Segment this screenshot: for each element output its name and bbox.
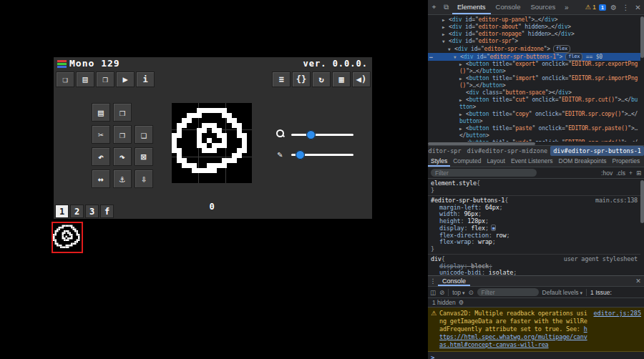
- undo-button[interactable]: ↶: [92, 147, 110, 166]
- styles-filter-input[interactable]: [431, 169, 537, 177]
- scrollbar-thumb[interactable]: [640, 180, 644, 223]
- console-prompt[interactable]: >: [428, 352, 644, 359]
- copy-button[interactable]: ❐: [113, 125, 132, 144]
- css-property[interactable]: display: block;: [431, 263, 638, 270]
- styles-tab-layout[interactable]: Layout: [484, 156, 508, 167]
- stylesheet-link[interactable]: main.css:138: [595, 197, 638, 205]
- styles-tab-event-listeners[interactable]: Event Listeners: [508, 156, 556, 167]
- expand-arrow-icon[interactable]: ▶: [459, 111, 466, 118]
- tree-node[interactable]: ▼<div id="editor-spr">: [428, 38, 640, 45]
- elements-vertical-scrollbar[interactable]: [640, 16, 644, 140]
- zoom-slider[interactable]: [291, 130, 353, 139]
- styles-toggle[interactable]: +: [629, 169, 633, 177]
- css-property[interactable]: unicode-bidi: isolate;: [431, 270, 638, 275]
- expand-arrow-icon[interactable]: ▶: [442, 31, 449, 38]
- css-property[interactable]: flex-wrap: wrap;: [431, 239, 638, 246]
- expand-arrow-icon[interactable]: ▶: [442, 24, 449, 31]
- styles-tab-properties[interactable]: Properties: [610, 156, 643, 167]
- styles-toggle[interactable]: ⊞: [636, 169, 641, 177]
- expand-arrow-icon[interactable]: ▶: [459, 125, 466, 132]
- settings-gear-icon[interactable]: ⚙: [608, 4, 620, 11]
- reload-button[interactable]: ↻: [312, 72, 331, 87]
- frame-button-1[interactable]: 1: [55, 205, 69, 218]
- anchor-button[interactable]: ⚓: [113, 169, 132, 188]
- export-button[interactable]: ▤: [92, 103, 110, 122]
- tree-node[interactable]: ▶<button title="import" onclick="EDITOR.…: [428, 75, 640, 89]
- console-sidebar-icon[interactable]: ◫: [430, 289, 436, 296]
- import-button[interactable]: ❒: [113, 103, 132, 122]
- brush-slider-thumb[interactable]: [296, 150, 305, 159]
- expand-arrow-icon[interactable]: ▶: [459, 61, 466, 68]
- redo-button[interactable]: ↷: [113, 147, 132, 166]
- frame-thumbnail[interactable]: [52, 222, 83, 253]
- scrollbar-thumb[interactable]: [640, 16, 644, 58]
- issues-counter[interactable]: 1 Issue:: [590, 289, 612, 296]
- shift-down-button[interactable]: ⇩: [135, 169, 153, 188]
- code-button[interactable]: {}: [292, 72, 311, 87]
- clear-console-icon[interactable]: ⊘: [439, 289, 444, 296]
- styles-tab-dom-breakpoints[interactable]: DOM Breakpoints: [556, 156, 610, 167]
- expand-arrow-icon[interactable]: ▶: [459, 75, 466, 82]
- tree-node[interactable]: ▼<div id="editor-spr-midzone">flex: [428, 45, 640, 53]
- flex-badge[interactable]: flex: [553, 45, 570, 53]
- sound-button[interactable]: ◀): [352, 72, 371, 87]
- paste-button[interactable]: ❑: [135, 125, 153, 144]
- tab-console[interactable]: Console: [491, 0, 526, 14]
- styles-toggle[interactable]: .cls: [616, 169, 625, 177]
- tree-node[interactable]: ▶<button title="copy" onclick="EDITOR.sp…: [428, 111, 640, 125]
- tree-node[interactable]: ▶<div id="editor-nopage" hidden>…</div>: [428, 31, 640, 38]
- node-menu-dots[interactable]: …: [429, 53, 433, 60]
- cut-button[interactable]: ✂: [92, 125, 110, 144]
- styles-tab-computed[interactable]: Computed: [450, 156, 484, 167]
- drawer-kebab-icon[interactable]: ⋮: [428, 277, 438, 285]
- close-devtools-icon[interactable]: ✕: [632, 4, 644, 11]
- expand-arrow-icon[interactable]: ▶: [442, 16, 449, 24]
- close-drawer-icon[interactable]: ✕: [633, 277, 644, 285]
- styles-scrollbar[interactable]: [640, 180, 644, 273]
- open-button[interactable]: ❒: [96, 72, 114, 87]
- run-button[interactable]: ▶: [116, 72, 135, 87]
- zoom-slider-track[interactable]: [291, 134, 353, 136]
- warning-source-link[interactable]: editor.js:285: [593, 310, 641, 349]
- frame-thumbnail-canvas[interactable]: [53, 223, 82, 252]
- flip-horizontal-button[interactable]: ↔: [92, 169, 110, 188]
- styles-toggle[interactable]: :hov: [601, 169, 613, 177]
- frame-button-f[interactable]: f: [100, 205, 114, 218]
- tree-node[interactable]: ▶<button title="paste" onclick="EDITOR.s…: [428, 125, 640, 139]
- tab-console-drawer[interactable]: Console: [438, 276, 470, 286]
- clear-sprite-button[interactable]: ⊠: [135, 147, 153, 166]
- issues-badge[interactable]: 1: [599, 4, 606, 11]
- save-button[interactable]: ▤: [76, 72, 94, 87]
- info-button[interactable]: i: [136, 72, 155, 87]
- frame-button-2[interactable]: 2: [70, 205, 84, 218]
- console-settings-gear-icon[interactable]: ⚙: [459, 299, 464, 306]
- css-property[interactable]: height: 128px;: [431, 218, 638, 225]
- frame-button-3[interactable]: 3: [85, 205, 99, 218]
- stylesheet-link[interactable]: user agent stylesheet: [564, 256, 638, 263]
- crumb-diveditor-spr-midzone[interactable]: div#editor-spr-midzone: [464, 146, 551, 156]
- tree-node[interactable]: ▶<button title="export" onclick="EDITOR.…: [428, 61, 640, 75]
- tab-elements[interactable]: Elements: [452, 0, 491, 14]
- tree-node[interactable]: ▶<div id="editor-up-panel">…</div>: [428, 16, 640, 24]
- expand-arrow-icon[interactable]: ▶: [459, 97, 466, 104]
- new-file-button[interactable]: ❏: [56, 72, 74, 87]
- zoom-slider-thumb[interactable]: [306, 130, 316, 139]
- crumb-diveditor-spr-buttons-1[interactable]: div#editor-spr-buttons-1: [550, 146, 644, 156]
- more-tabs-icon[interactable]: »: [560, 4, 572, 11]
- warnings-badge[interactable]: ⚠ 1: [585, 4, 596, 11]
- sprite-canvas[interactable]: [172, 103, 252, 183]
- flex-badge[interactable]: flex: [565, 53, 582, 61]
- device-toolbar-icon[interactable]: ⧉: [440, 3, 452, 11]
- console-filter-input[interactable]: [477, 288, 539, 296]
- brush-slider[interactable]: [291, 150, 353, 159]
- styles-tab-styles[interactable]: Styles: [428, 156, 450, 167]
- flex-editor-icon[interactable]: ▦: [491, 225, 496, 231]
- expand-arrow-icon[interactable]: ▼: [448, 46, 454, 53]
- kebab-menu-icon[interactable]: ⋮: [620, 4, 632, 11]
- tree-node[interactable]: ▶<button title="cut" onclick="EDITOR.spr…: [428, 97, 640, 111]
- tab-sources[interactable]: Sources: [525, 0, 560, 14]
- context-selector[interactable]: top: [452, 289, 464, 296]
- tiles-button[interactable]: ▦: [332, 72, 351, 87]
- log-button[interactable]: ≡: [272, 72, 291, 87]
- tree-node[interactable]: <div class="button-space"></div>: [428, 89, 640, 97]
